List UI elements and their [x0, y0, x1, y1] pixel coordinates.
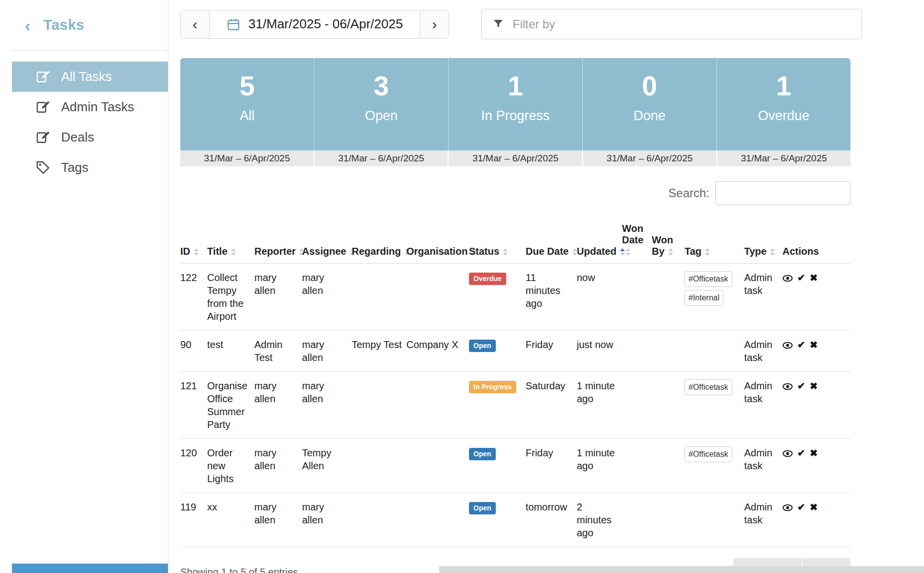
- column-header-assignee[interactable]: Assignee: [302, 218, 352, 264]
- column-header-regarding[interactable]: Regarding: [352, 218, 406, 264]
- calendar-icon: [227, 17, 240, 31]
- cell-title: Order new Lights: [207, 439, 254, 493]
- cell-tag: #Officetask#Internal: [685, 264, 744, 331]
- sidebar-item-all-tasks[interactable]: All Tasks: [12, 62, 168, 92]
- cell-actions: ✔✖: [782, 331, 850, 372]
- cell-due-date: tomorrow: [526, 493, 577, 547]
- cell-due-date: Friday: [526, 439, 577, 493]
- cell-status: Open: [469, 493, 526, 547]
- stat-value: 1: [449, 71, 582, 101]
- sidebar-item-label: Tags: [61, 160, 88, 175]
- column-header-type[interactable]: Type: [744, 218, 782, 264]
- eye-icon[interactable]: [782, 446, 793, 459]
- column-header-tag[interactable]: Tag: [685, 218, 744, 264]
- divider: [12, 50, 168, 51]
- eye-icon[interactable]: [782, 338, 793, 351]
- check-icon[interactable]: ✔: [797, 448, 805, 458]
- sort-icon: [705, 248, 710, 256]
- cell-won-date: [622, 439, 652, 493]
- cell-actions: ✔✖: [782, 439, 850, 493]
- sidebar-bottom-bar: [12, 564, 168, 573]
- cell-status: Open: [469, 439, 526, 493]
- column-header-won-by[interactable]: Won By: [652, 218, 685, 264]
- cell-reporter: mary allen: [254, 493, 302, 547]
- stat-date-range: 31/Mar – 6/Apr/2025: [448, 150, 582, 166]
- prev-week-button[interactable]: ‹: [181, 10, 209, 38]
- table-row: 122Collect Tempy from the Airportmary al…: [180, 264, 850, 331]
- x-icon[interactable]: ✖: [810, 340, 818, 350]
- cell-organisation: Company X: [406, 331, 469, 372]
- stat-card-overdue[interactable]: 1 Overdue: [716, 58, 850, 150]
- sidebar-item-admin-tasks[interactable]: Admin Tasks: [12, 92, 168, 122]
- status-badge: Open: [469, 340, 496, 352]
- cell-updated: 1 minute ago: [577, 439, 622, 493]
- cell-reporter: mary allen: [254, 439, 302, 493]
- search-input[interactable]: [715, 181, 850, 205]
- column-header-actions: Actions: [782, 218, 850, 264]
- bottom-scroll-bar[interactable]: [439, 566, 924, 573]
- x-icon[interactable]: ✖: [810, 448, 818, 458]
- column-header-title[interactable]: Title: [207, 218, 254, 264]
- check-icon[interactable]: ✔: [797, 340, 805, 350]
- cell-won-date: [622, 372, 652, 439]
- cell-id: 121: [180, 372, 207, 439]
- chevron-left-icon[interactable]: ‹: [25, 17, 30, 34]
- cell-status: Overdue: [469, 264, 526, 331]
- cell-due-date: Saturday: [526, 372, 577, 439]
- eye-icon[interactable]: [782, 271, 793, 284]
- sidebar-item-deals[interactable]: Deals: [12, 122, 168, 152]
- cell-due-date: 11 minutes ago: [526, 264, 577, 331]
- cell-organisation: [406, 264, 469, 331]
- date-range-display[interactable]: 31/Mar/2025 - 06/Apr/2025: [209, 10, 420, 38]
- sort-icon: [194, 248, 199, 256]
- status-badge: Open: [469, 502, 496, 514]
- sidebar-item-tags[interactable]: Tags: [12, 152, 168, 183]
- eye-icon[interactable]: [782, 379, 793, 392]
- stat-date-range: 31/Mar – 6/Apr/2025: [716, 150, 850, 166]
- cell-type: Admin task: [744, 493, 782, 547]
- sort-icon: [770, 248, 775, 256]
- stat-value: 1: [717, 71, 850, 101]
- column-header-status[interactable]: Status: [469, 218, 526, 264]
- cell-assignee: mary allen: [302, 331, 352, 372]
- check-icon[interactable]: ✔: [797, 381, 805, 391]
- filter-input[interactable]: [481, 9, 862, 39]
- stat-label: Done: [583, 108, 716, 124]
- check-icon[interactable]: ✔: [797, 273, 805, 283]
- stat-date-range: 31/Mar – 6/Apr/2025: [313, 150, 448, 166]
- stat-card-open[interactable]: 3 Open: [314, 58, 448, 150]
- funnel-icon: [492, 18, 504, 30]
- cell-organisation: [406, 439, 469, 493]
- cell-assignee: mary allen: [302, 493, 352, 547]
- eye-icon[interactable]: [782, 501, 793, 513]
- next-week-button[interactable]: ›: [420, 10, 449, 38]
- tag-chip: #Officetask: [685, 271, 732, 287]
- stat-card-done[interactable]: 0 Done: [582, 58, 716, 150]
- stat-card-all[interactable]: 5 All: [180, 58, 314, 150]
- cell-organisation: [406, 493, 469, 547]
- column-header-updated[interactable]: Updated: [577, 218, 622, 264]
- sidebar-nav: All Tasks Admin Tasks Deals Tags: [0, 62, 168, 183]
- cell-type: Admin task: [744, 331, 782, 372]
- cell-regarding: [352, 264, 406, 331]
- cell-updated: now: [577, 264, 622, 331]
- column-header-organisation[interactable]: Organisation: [406, 218, 469, 264]
- stat-card-in-progress[interactable]: 1 In Progress: [448, 58, 582, 150]
- column-header-id[interactable]: ID: [180, 218, 207, 264]
- check-icon[interactable]: ✔: [797, 502, 805, 512]
- tag-chip: #Officetask: [685, 379, 732, 395]
- x-icon[interactable]: ✖: [810, 502, 818, 512]
- cell-reporter: Admin Test: [254, 331, 302, 372]
- column-header-reporter[interactable]: Reporter: [254, 218, 302, 264]
- x-icon[interactable]: ✖: [810, 273, 818, 283]
- x-icon[interactable]: ✖: [810, 381, 818, 391]
- column-header-due-date[interactable]: Due Date: [526, 218, 577, 264]
- cell-type: Admin task: [744, 372, 782, 439]
- column-header-won-date[interactable]: Won Date: [622, 218, 652, 264]
- note-edit-icon: [36, 130, 50, 144]
- cell-assignee: mary allen: [302, 372, 352, 439]
- sort-icon: [503, 248, 508, 256]
- cell-updated: 2 minutes ago: [577, 493, 622, 547]
- stat-date-range: 31/Mar – 6/Apr/2025: [582, 150, 716, 166]
- cell-regarding: [352, 439, 406, 493]
